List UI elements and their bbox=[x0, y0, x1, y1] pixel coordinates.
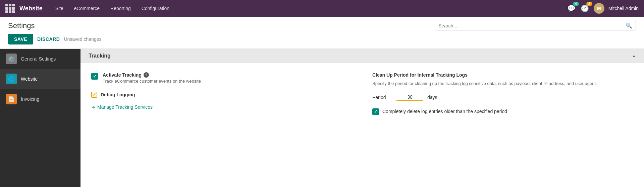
globe-icon: 🌐 bbox=[6, 74, 17, 84]
sidebar-item-general[interactable]: ⚙️ General Settings bbox=[0, 49, 80, 69]
activate-tracking-checkbox[interactable] bbox=[91, 73, 98, 80]
invoice-icon: 📄 bbox=[6, 94, 17, 104]
menu-item-site[interactable]: Site bbox=[51, 4, 68, 13]
save-button[interactable]: SAVE bbox=[8, 34, 33, 44]
arrow-right-icon: ➜ bbox=[91, 104, 95, 110]
activate-tracking-description: Track eCommerce customer events on the w… bbox=[103, 79, 201, 84]
menu-item-reporting[interactable]: Reporting bbox=[106, 4, 136, 13]
main-layout: ⚙️ General Settings 🌐 Website 📄 Invoicin… bbox=[0, 49, 644, 187]
discard-button[interactable]: DISCARD bbox=[37, 36, 60, 42]
page-title: Settings bbox=[8, 21, 35, 30]
clock-notification[interactable]: 🕐 8 bbox=[580, 4, 590, 13]
sidebar-item-invoicing-label: Invoicing bbox=[21, 96, 39, 102]
cleanup-title: Clean Up Period for Internal Tracking Lo… bbox=[372, 72, 633, 78]
scroll-indicator: ▲ bbox=[632, 54, 636, 58]
search-bar[interactable]: 🔍 bbox=[435, 21, 636, 30]
tracking-left-column: Activate Tracking ? Track eCommerce cust… bbox=[91, 72, 352, 115]
topnav-right-section: 💬 4 🕐 8 M Mitchell Admin bbox=[567, 3, 639, 14]
section-header: Tracking ▲ bbox=[80, 49, 644, 63]
period-input-wrap bbox=[396, 94, 423, 101]
brand-name[interactable]: Website bbox=[19, 5, 43, 12]
gear-icon: ⚙️ bbox=[6, 54, 17, 64]
activate-tracking-text: Activate Tracking ? Track eCommerce cust… bbox=[103, 72, 201, 84]
section-title: Tracking bbox=[89, 53, 111, 59]
delete-log-row: Completely delete log entries older than… bbox=[372, 108, 633, 115]
unsaved-changes-label: Unsaved changes bbox=[64, 36, 101, 42]
debug-logging-row: Debug Logging bbox=[91, 92, 352, 98]
manage-tracking-label: Manage Tracking Services bbox=[97, 104, 153, 110]
menu-item-configuration[interactable]: Configuration bbox=[137, 4, 174, 13]
tracking-right-column: Clean Up Period for Internal Tracking Lo… bbox=[372, 72, 633, 115]
search-icon[interactable]: 🔍 bbox=[626, 22, 632, 29]
sidebar-item-general-label: General Settings bbox=[21, 56, 56, 62]
content-area: Tracking ▲ Activate Tracking ? Track eCo… bbox=[80, 49, 644, 187]
delete-log-label: Completely delete log entries older than… bbox=[382, 109, 507, 114]
debug-logging-checkbox[interactable] bbox=[91, 92, 97, 98]
settings-title-row: Settings 🔍 bbox=[8, 21, 636, 34]
period-days-label: days bbox=[427, 95, 437, 100]
cleanup-description: Specify the period for cleaning up the t… bbox=[372, 80, 633, 87]
sidebar-item-website[interactable]: 🌐 Website bbox=[0, 69, 80, 89]
avatar[interactable]: M bbox=[594, 3, 604, 14]
chat-badge-count: 4 bbox=[573, 2, 579, 6]
clock-badge-count: 8 bbox=[586, 2, 592, 6]
period-label: Period bbox=[372, 95, 392, 100]
chat-notification[interactable]: 💬 4 bbox=[567, 4, 576, 13]
search-input[interactable] bbox=[438, 23, 626, 28]
settings-header: Settings 🔍 SAVE DISCARD Unsaved changes bbox=[0, 17, 644, 49]
sidebar: ⚙️ General Settings 🌐 Website 📄 Invoicin… bbox=[0, 49, 80, 187]
help-icon[interactable]: ? bbox=[144, 72, 149, 78]
period-input[interactable] bbox=[396, 94, 423, 101]
activate-tracking-label: Activate Tracking ? bbox=[103, 72, 201, 78]
user-name[interactable]: Mitchell Admin bbox=[608, 6, 639, 11]
app-grid-icon[interactable] bbox=[5, 4, 15, 13]
delete-log-checkbox[interactable] bbox=[372, 108, 379, 115]
period-row: Period days bbox=[372, 94, 633, 101]
settings-actions: SAVE DISCARD Unsaved changes bbox=[8, 34, 636, 49]
tracking-content: Activate Tracking ? Track eCommerce cust… bbox=[80, 63, 644, 124]
menu-item-ecommerce[interactable]: eCommerce bbox=[69, 4, 104, 13]
sidebar-item-website-label: Website bbox=[21, 76, 38, 82]
debug-logging-label: Debug Logging bbox=[101, 92, 135, 97]
top-menu: Site eCommerce Reporting Configuration bbox=[51, 4, 564, 13]
top-navigation: Website Site eCommerce Reporting Configu… bbox=[0, 0, 644, 17]
manage-tracking-link[interactable]: ➜ Manage Tracking Services bbox=[91, 104, 352, 110]
sidebar-item-invoicing[interactable]: 📄 Invoicing bbox=[0, 89, 80, 109]
activate-tracking-row: Activate Tracking ? Track eCommerce cust… bbox=[91, 72, 352, 84]
